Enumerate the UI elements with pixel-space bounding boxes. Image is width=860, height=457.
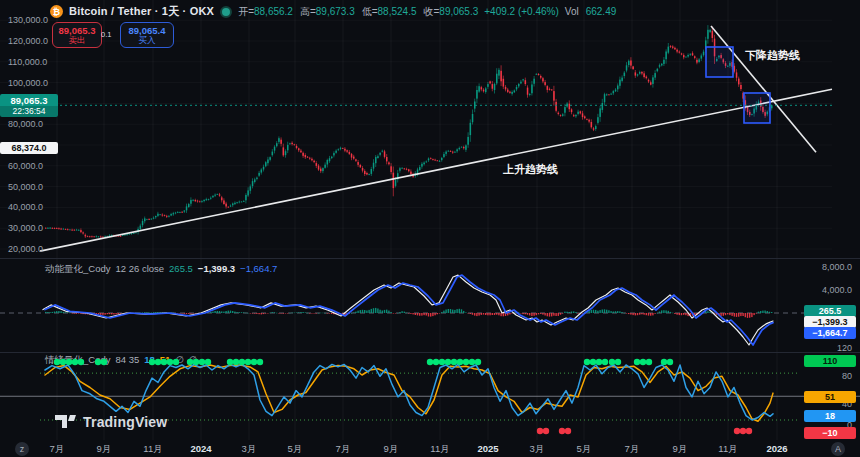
price-tick-label: 130,000.0 (8, 15, 48, 25)
time-tick-label: 5月 (577, 443, 592, 456)
ascending-trendline-label[interactable]: 上升趋势线 (503, 162, 558, 177)
time-tick-label: 3月 (242, 443, 257, 456)
time-tick-label: 11月 (430, 443, 449, 456)
btc-coin-icon: ₿ (50, 5, 63, 18)
time-tick-label: 2026 (766, 443, 787, 454)
change-value: +409.2 (+0.46%) (484, 6, 559, 17)
close-value: 89,065.3 (439, 6, 478, 17)
momentum-scale-tick: 4,000.0 (822, 285, 852, 295)
oscillator-lower-badge: −10 (804, 427, 856, 439)
oscillator-upper-badge: 110 (804, 355, 856, 367)
sell-button[interactable]: 89,065.3 卖出 (52, 22, 102, 48)
high-value: 89,673.3 (316, 6, 355, 17)
bar-countdown: 22:36:54 (0, 106, 58, 117)
oscillator-scale-tick: 120 (837, 343, 852, 353)
price-tick-label: 110,000.0 (8, 57, 47, 67)
sell-label: 卖出 (69, 36, 86, 45)
price-marker-badge: 68,374.0 (0, 142, 58, 154)
momentum-slow-badge: −1,664.7 (804, 327, 856, 339)
buy-button[interactable]: 89,065.4 买入 (120, 22, 174, 48)
low-value: 88,524.5 (378, 6, 417, 17)
price-tick-label: 80,000.0 (8, 119, 43, 129)
price-tick-label: 20,000.0 (8, 244, 43, 254)
time-tick-label: 7月 (50, 443, 65, 456)
symbol-title[interactable]: Bitcoin / Tether · 1天 · OKX (69, 4, 214, 19)
time-tick-label: 7月 (336, 443, 351, 456)
time-tick-label: 11月 (143, 443, 162, 456)
tradingview-logo-icon (55, 413, 77, 430)
pane-separator-1[interactable] (0, 258, 860, 259)
volume-value: 662.49 (586, 6, 617, 17)
auto-scale-button[interactable]: A (831, 442, 845, 456)
current-price-value: 89,065.3 (0, 94, 58, 106)
current-price-badge: 89,065.3 22:36:54 (0, 94, 58, 117)
time-tick-label: 2025 (477, 443, 498, 454)
oscillator-scale-tick: 80 (842, 371, 852, 381)
indicator1-header[interactable]: 动能量化_Cody 12 26 close 265.5 −1,399.3 −1,… (45, 263, 277, 276)
time-tick-label: 5月 (288, 443, 303, 456)
momentum-scale-tick: 8,000.0 (822, 262, 852, 272)
price-tick-label: 120,000.0 (8, 36, 48, 46)
momentum-pane (0, 275, 832, 345)
time-tick-label: 9月 (384, 443, 399, 456)
price-tick-label: 100,000.0 (8, 78, 48, 88)
indicator1-params: 12 26 close (115, 263, 164, 274)
time-axis[interactable]: z A 7月9月11月20243月5月7月9月11月20253月5月7月9月11… (0, 440, 860, 457)
close-label: 收= (424, 6, 440, 17)
tradingview-logo[interactable]: TradingView (55, 413, 167, 430)
buy-label: 买入 (139, 36, 156, 45)
oscillator-orange-badge: 51 (804, 391, 856, 403)
time-tick-label: 9月 (673, 443, 688, 456)
price-tick-label: 50,000.0 (8, 182, 43, 192)
price-tick-label: 30,000.0 (8, 223, 43, 233)
indicator1-fast-value: −1,399.3 (198, 263, 235, 274)
indicator1-slow-value: −1,664.7 (240, 263, 277, 274)
time-tick-label: 9月 (97, 443, 112, 456)
open-label: 开= (238, 6, 254, 17)
price-pane (0, 25, 832, 251)
price-tick-label: 40,000.0 (8, 202, 43, 212)
ohlc-row: 开=88,656.2 高=89,673.3 低=88,524.5 收=89,06… (238, 5, 478, 19)
time-tick-label: 11月 (718, 443, 737, 456)
trading-app: 情绪量化_Cody 84 35 18 51 ∅ ∅ ₿ Bitcoin / Te… (0, 0, 860, 457)
symbol-header: ₿ Bitcoin / Tether · 1天 · OKX 开=88,656.2… (50, 4, 616, 19)
chart-canvas[interactable] (0, 0, 860, 440)
descending-trendline-label[interactable]: 下降趋势线 (745, 48, 800, 63)
indicator1-title: 动能量化_Cody (45, 263, 110, 276)
time-tick-label: 2024 (190, 443, 211, 454)
pane-separator-2[interactable] (0, 352, 860, 353)
open-value: 88,656.2 (254, 6, 293, 17)
volume-label: Vol (565, 6, 579, 17)
spread-value: 0.1 (101, 30, 111, 39)
timezone-button[interactable]: z (15, 442, 29, 456)
oscillator-blue-badge: 18 (804, 410, 856, 422)
low-label: 低= (362, 6, 378, 17)
indicator1-hist-value: 265.5 (169, 263, 193, 274)
high-label: 高= (300, 6, 316, 17)
time-tick-label: 3月 (530, 443, 545, 456)
time-tick-label: 7月 (625, 443, 640, 456)
price-tick-label: 60,000.0 (8, 161, 43, 171)
tradingview-logo-text: TradingView (83, 414, 167, 430)
market-status-icon[interactable] (220, 6, 232, 18)
